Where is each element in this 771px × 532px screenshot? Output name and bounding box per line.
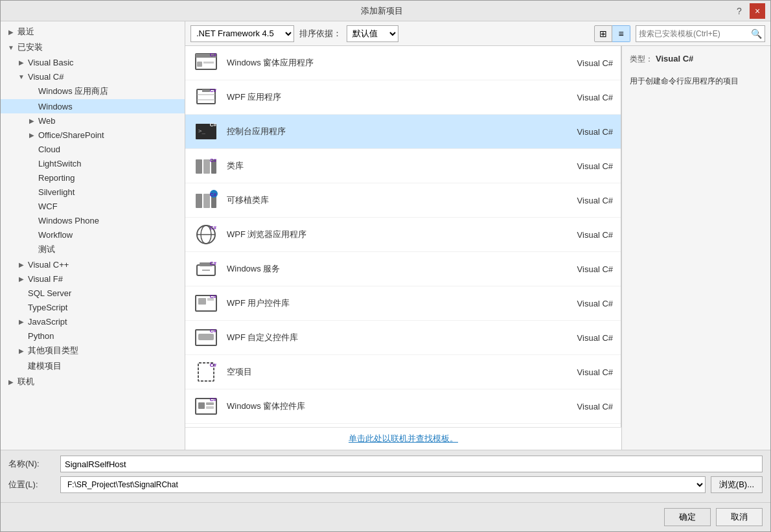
template-icon-wpf-custom: C# — [193, 325, 219, 351]
label-python: Python — [28, 331, 54, 341]
tree-item-web[interactable]: ▶Web — [1, 113, 185, 128]
svg-rect-18 — [203, 194, 210, 208]
label-online: 联机 — [17, 376, 34, 387]
expand-icon-model-items — [16, 361, 27, 371]
label-recent: 最近 — [17, 26, 34, 38]
search-icon[interactable]: 🔍 — [751, 29, 762, 39]
tree-item-windows-store[interactable]: Windows 应用商店 — [1, 84, 185, 99]
svg-text:C#: C# — [210, 294, 217, 299]
label-javascript: JavaScript — [28, 317, 67, 327]
label-visual-basic: Visual Basic — [28, 58, 74, 67]
cancel-button[interactable]: 取消 — [716, 508, 763, 526]
sort-label: 排序依据： — [299, 28, 341, 40]
confirm-button[interactable]: 确定 — [664, 508, 711, 526]
expand-icon-windows — [27, 101, 37, 111]
template-lang-wpf-browser: Visual C# — [548, 230, 613, 240]
tree-item-workflow[interactable]: Workflow — [1, 227, 185, 242]
tree-item-silverlight[interactable]: Silverlight — [1, 185, 185, 199]
tree-item-javascript[interactable]: ▶JavaScript — [1, 314, 185, 329]
template-area: C# Windows 窗体应用程序 Visual C# C# WPF 应用程序 … — [185, 46, 770, 450]
svg-text:C#: C# — [210, 157, 217, 163]
tree-item-test[interactable]: 测试 — [1, 242, 185, 257]
tree-item-sql-server[interactable]: SQL Server — [1, 286, 185, 300]
svg-rect-3 — [203, 62, 214, 64]
label-sql-server: SQL Server — [28, 288, 71, 298]
tree-item-visual-cpp[interactable]: ▶Visual C++ — [1, 257, 185, 272]
svg-text:C#: C# — [210, 362, 217, 368]
close-button[interactable]: × — [750, 3, 765, 19]
svg-rect-13 — [196, 159, 202, 174]
tree-item-reporting[interactable]: Reporting — [1, 170, 185, 185]
tree-item-windows-phone[interactable]: Windows Phone — [1, 213, 185, 227]
expand-icon-visual-csharp: ▼ — [16, 71, 27, 82]
add-project-dialog: 添加新项目 ? × ▶最近▼已安装▶Visual Basic▼Visual C#… — [0, 0, 771, 532]
online-link[interactable]: 单击此处以联机并查找模板。 — [349, 434, 458, 443]
tree-item-other-types[interactable]: ▶其他项目类型 — [1, 343, 185, 358]
template-icon-wpf-usercontrol: C# — [193, 290, 219, 316]
svg-rect-41 — [206, 402, 214, 405]
template-item-class-library[interactable]: C# 类库 Visual C# — [185, 149, 621, 183]
list-view-btn[interactable]: ≡ — [612, 25, 630, 42]
label-visual-csharp: Visual C# — [28, 72, 63, 82]
search-input[interactable] — [639, 29, 751, 38]
template-item-windows-forms[interactable]: C# Windows 窗体应用程序 Visual C# — [185, 46, 621, 80]
svg-text:C#: C# — [210, 87, 217, 93]
expand-icon-installed: ▼ — [6, 42, 16, 52]
template-lang-portable-library: Visual C# — [548, 196, 613, 205]
tree-item-online[interactable]: ▶联机 — [1, 374, 185, 389]
template-item-empty[interactable]: C# 空项目 Visual C# — [185, 355, 621, 389]
template-item-wpf-custom[interactable]: C# WPF 自定义控件库 Visual C# — [185, 321, 621, 355]
svg-text:>_: >_ — [198, 128, 205, 134]
template-item-wpf-browser[interactable]: C# WPF 浏览器应用程序 Visual C# — [185, 218, 621, 252]
tree-item-visual-basic[interactable]: ▶Visual Basic — [1, 55, 185, 69]
name-input[interactable] — [60, 456, 763, 472]
svg-rect-31 — [198, 298, 206, 305]
template-list[interactable]: C# Windows 窗体应用程序 Visual C# C# WPF 应用程序 … — [185, 46, 621, 427]
tree-item-lightswitch[interactable]: LightSwitch — [1, 156, 185, 170]
label-cloud: Cloud — [38, 145, 60, 154]
expand-icon-wcf — [27, 201, 37, 211]
tree-item-typescript[interactable]: TypeScript — [1, 300, 185, 314]
svg-text:C#: C# — [210, 260, 217, 266]
template-icon-wpf-app: C# — [193, 84, 219, 110]
tree-item-model-items[interactable]: 建模项目 — [1, 358, 185, 374]
tree-item-cloud[interactable]: Cloud — [1, 142, 185, 156]
browse-button[interactable]: 浏览(B)... — [711, 476, 763, 493]
template-item-windows-control[interactable]: C# Windows 窗体控件库 Visual C# — [185, 389, 621, 424]
template-item-wpf-app[interactable]: C# WPF 应用程序 Visual C# — [185, 80, 621, 115]
template-icon-empty: C# — [193, 359, 219, 385]
left-tree-scroll[interactable]: ▶最近▼已安装▶Visual Basic▼Visual C#Windows 应用… — [1, 21, 185, 450]
svg-text:C#: C# — [210, 122, 217, 128]
framework-select[interactable]: .NET Framework 4.5 — [190, 25, 294, 42]
template-lang-windows-service: Visual C# — [548, 264, 613, 274]
template-icon-windows-forms: C# — [193, 50, 219, 76]
tree-item-installed[interactable]: ▼已安装 — [1, 40, 185, 55]
template-item-console-app[interactable]: >_C# 控制台应用程序 Visual C# — [185, 115, 621, 149]
location-select[interactable]: F:\SR_Project\Test\SignalRChat — [60, 476, 706, 493]
tree-item-windows[interactable]: Windows — [1, 99, 185, 113]
expand-icon-workflow — [27, 229, 37, 240]
tree-item-visual-fsharp[interactable]: ▶Visual F# — [1, 272, 185, 286]
toolbar: .NET Framework 4.5 排序依据： 默认值 ⊞ ≡ 🔍 — [185, 21, 770, 46]
tree-item-python[interactable]: Python — [1, 329, 185, 343]
template-item-portable-library[interactable]: C# 可移植类库 Visual C# — [185, 183, 621, 218]
svg-rect-17 — [196, 194, 202, 208]
expand-icon-sql-server — [16, 288, 27, 298]
name-row: 名称(N): — [8, 456, 763, 472]
sort-select[interactable]: 默认值 — [347, 25, 398, 42]
template-item-wpf-usercontrol[interactable]: C# WPF 用户控件库 Visual C# — [185, 286, 621, 321]
expand-icon-typescript — [16, 302, 27, 312]
tree-item-recent[interactable]: ▶最近 — [1, 24, 185, 40]
template-name-wpf-usercontrol: WPF 用户控件库 — [227, 297, 548, 309]
help-button[interactable]: ? — [731, 3, 747, 19]
expand-icon-silverlight — [27, 187, 37, 197]
label-silverlight: Silverlight — [38, 187, 75, 197]
grid-view-btn[interactable]: ⊞ — [594, 25, 612, 42]
tree-item-wcf[interactable]: WCF — [1, 199, 185, 213]
template-name-wpf-custom: WPF 自定义控件库 — [227, 332, 548, 343]
expand-icon-web: ▶ — [27, 115, 37, 126]
tree-item-visual-csharp[interactable]: ▼Visual C# — [1, 69, 185, 84]
tree-item-office-sharepoint[interactable]: ▶Office/SharePoint — [1, 128, 185, 142]
template-item-windows-service[interactable]: C# Windows 服务 Visual C# — [185, 252, 621, 286]
online-link-bar: 单击此处以联机并查找模板。 — [185, 427, 621, 450]
